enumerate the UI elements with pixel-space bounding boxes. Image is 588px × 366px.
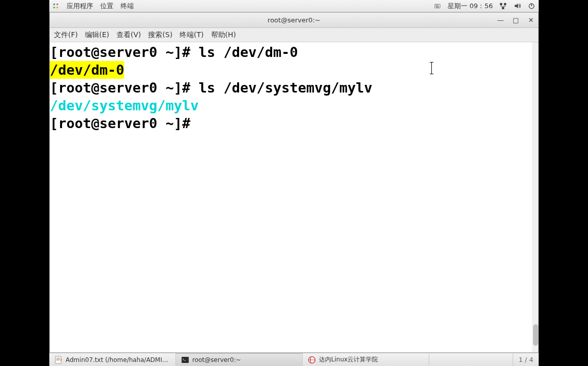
network-icon[interactable] — [499, 2, 507, 10]
terminal-window: root@server0:~ — □ ✕ 文件(F) 编辑(E) 查看(V) 搜… — [49, 12, 539, 353]
volume-icon[interactable] — [513, 2, 521, 10]
activities-icon[interactable] — [52, 3, 60, 10]
close-button[interactable]: ✕ — [526, 15, 536, 25]
svg-rect-15 — [56, 358, 60, 358]
gnome-topbar: 应用程序 位置 终端 星期一 09：56 — [49, 0, 539, 12]
svg-rect-9 — [500, 3, 502, 5]
menu-help[interactable]: 帮助(H) — [211, 30, 236, 40]
output-symlink: /dev/systemvg/mylv — [50, 98, 199, 113]
svg-rect-18 — [182, 357, 189, 363]
terminal-line-1: [root@server0 ~]# ls /dev/dm-0 — [50, 43, 538, 61]
text-cursor-icon — [431, 63, 432, 74]
scrollbar-thumb[interactable] — [533, 324, 538, 346]
output-highlighted: /dev/dm-0 — [50, 61, 124, 79]
topbar-applications[interactable]: 应用程序 — [67, 2, 93, 11]
taskbar-item-label: 达内Linux云计算学院 — [319, 355, 378, 364]
menubar: 文件(F) 编辑(E) 查看(V) 搜索(S) 终端(T) 帮助(H) — [50, 28, 538, 42]
svg-rect-16 — [56, 359, 60, 359]
workspace-indicator[interactable]: 1 / 4 — [513, 353, 539, 366]
terminal-body[interactable]: [root@server0 ~]# ls /dev/dm-0 /dev/dm-0… — [50, 42, 538, 352]
svg-rect-4 — [435, 4, 440, 8]
taskbar-item-label: root@server0:~ — [192, 356, 241, 363]
terminal-line-5: [root@server0 ~]# — [50, 114, 538, 132]
command: ls /dev/dm-0 — [199, 44, 298, 60]
prompt: [root@server0 ~]# — [50, 115, 199, 131]
taskbar-item-label: Admin07.txt (/home/haha/ADMIN/D… — [66, 356, 170, 363]
power-icon[interactable] — [527, 2, 536, 10]
scrollbar-vertical[interactable] — [532, 42, 538, 352]
menu-search[interactable]: 搜索(S) — [148, 30, 172, 40]
menu-terminal[interactable]: 终端(T) — [180, 30, 203, 40]
terminal-line-4: /dev/systemvg/mylv — [50, 97, 538, 114]
terminal-line-2: /dev/dm-0 — [50, 61, 538, 79]
svg-rect-17 — [56, 360, 59, 360]
taskbar-spacer — [429, 353, 513, 366]
svg-rect-6 — [436, 5, 437, 6]
menu-file[interactable]: 文件(F) — [54, 30, 78, 40]
browser-icon — [308, 356, 316, 364]
topbar-right: 星期一 09：56 — [433, 2, 536, 11]
terminal-line-3: [root@server0 ~]# ls /dev/systemvg/mylv — [50, 79, 538, 97]
taskbar: Admin07.txt (/home/haha/ADMIN/D… root@se… — [49, 353, 539, 366]
desktop: 应用程序 位置 终端 星期一 09：56 root@server0:~ — — [49, 0, 539, 366]
terminal-icon — [181, 356, 189, 364]
prompt: [root@server0 ~]# — [50, 44, 199, 60]
svg-rect-8 — [436, 6, 439, 7]
svg-rect-10 — [504, 3, 506, 5]
topbar-datetime[interactable]: 星期一 09：56 — [448, 2, 493, 11]
text-editor-icon — [54, 356, 63, 364]
minimize-button[interactable]: — — [495, 15, 506, 25]
svg-point-2 — [53, 6, 55, 8]
menu-edit[interactable]: 编辑(E) — [85, 30, 109, 40]
command: ls /dev/systemvg/mylv — [199, 80, 372, 96]
topbar-places[interactable]: 位置 — [100, 2, 113, 11]
maximize-button[interactable]: □ — [511, 15, 521, 25]
taskbar-item-terminal[interactable]: root@server0:~ — [176, 353, 303, 366]
window-controls: — □ ✕ — [495, 13, 536, 27]
svg-rect-5 — [435, 5, 436, 6]
taskbar-item-editor[interactable]: Admin07.txt (/home/haha/ADMIN/D… — [49, 353, 176, 366]
prompt: [root@server0 ~]# — [50, 80, 199, 96]
svg-point-1 — [56, 3, 58, 5]
svg-rect-11 — [502, 7, 504, 9]
window-title: root@server0:~ — [268, 16, 320, 24]
topbar-left: 应用程序 位置 终端 — [52, 2, 134, 11]
topbar-terminal[interactable]: 终端 — [121, 2, 134, 11]
svg-rect-7 — [438, 5, 439, 6]
window-titlebar[interactable]: root@server0:~ — □ ✕ — [50, 13, 538, 28]
keyboard-icon[interactable] — [433, 2, 442, 10]
menu-view[interactable]: 查看(V) — [116, 30, 141, 40]
svg-point-3 — [56, 6, 58, 8]
svg-point-0 — [53, 3, 55, 5]
taskbar-item-browser[interactable]: 达内Linux云计算学院 — [303, 353, 429, 366]
